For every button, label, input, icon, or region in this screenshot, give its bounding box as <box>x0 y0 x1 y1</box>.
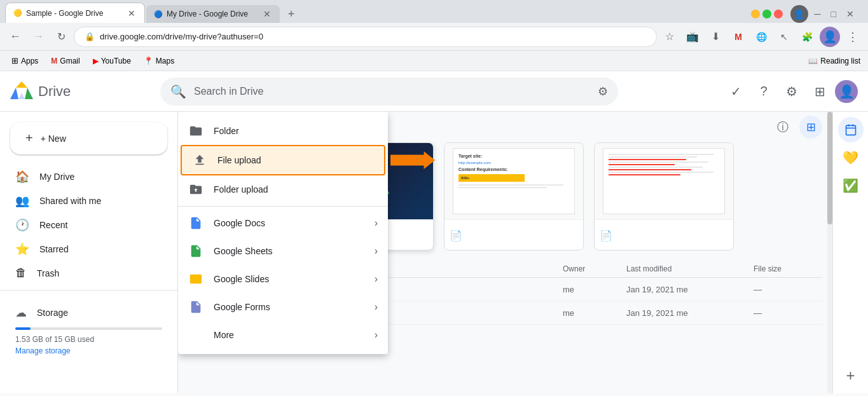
search-bar[interactable]: 🔍 Search in Drive ⚙ <box>160 78 618 106</box>
my-drive-icon: 🏠 <box>15 170 29 184</box>
user-avatar[interactable]: 👤 <box>835 80 858 103</box>
info-icon[interactable]: ⓘ <box>771 116 794 139</box>
gmail-favicon: M <box>51 57 57 65</box>
trash-icon: 🗑 <box>15 266 27 280</box>
svg-marker-0 <box>10 88 18 99</box>
help-icon[interactable]: ? <box>751 79 776 104</box>
extensions-icon[interactable]: 🧩 <box>797 27 817 47</box>
translate-icon[interactable]: 🌐 <box>751 27 771 47</box>
app-layout: Drive 🔍 Search in Drive ⚙ ✓ ? ⚙ ⊞ 👤 + + … <box>0 71 868 393</box>
header-right: ✓ ? ⚙ ⊞ 👤 <box>723 79 858 104</box>
storage-label: Storage <box>37 308 68 318</box>
menu-item-google-sheets[interactable]: Google Sheets › <box>178 237 388 265</box>
row2-owner: me <box>563 308 626 318</box>
maps-label: Maps <box>156 57 174 65</box>
cast-icon[interactable]: 📺 <box>682 27 703 47</box>
shared-label: Shared with me <box>39 196 101 206</box>
bookmark-gmail[interactable]: M Gmail <box>47 55 83 67</box>
file-upload-label: File upload <box>217 155 374 165</box>
cloud-icon: ☁ <box>15 306 27 320</box>
sidebar-item-shared[interactable]: 👥 Shared with me <box>0 189 167 213</box>
more-arrow: › <box>375 329 378 341</box>
right-panel-icon-tasks[interactable]: ✅ <box>838 173 864 198</box>
search-icon: 🔍 <box>170 84 186 99</box>
svg-rect-7 <box>846 125 855 135</box>
sidebar-item-recent[interactable]: 🕐 Recent <box>0 213 167 237</box>
sidebar-item-my-drive[interactable]: 🏠 My Drive <box>0 165 167 189</box>
google-docs-icon <box>188 215 203 231</box>
google-forms-icon <box>188 299 203 315</box>
menu-item-google-forms[interactable]: Google Forms › <box>178 293 388 321</box>
size-col-header: File size <box>754 264 817 273</box>
filter-icon[interactable]: ⚙ <box>598 85 608 99</box>
profile-icon[interactable]: 👤 <box>790 5 808 23</box>
minimize-btn[interactable]: ─ <box>811 6 825 22</box>
url-bar[interactable]: 🔒 drive.google.com/drive/my-drive?authus… <box>74 27 657 47</box>
row1-owner: me <box>563 285 626 294</box>
bookmark-youtube[interactable]: ▶ YouTube <box>89 55 135 67</box>
close-button[interactable] <box>774 10 783 18</box>
bookmark-maps[interactable]: 📍 Maps <box>140 55 178 67</box>
folder-label: Folder <box>214 126 378 136</box>
youtube-favicon: ▶ <box>93 57 99 65</box>
file-card-4[interactable]: 📄 <box>594 142 734 250</box>
tab-1[interactable]: 🟡 Sample - Google Drive ✕ <box>5 3 145 23</box>
support-check-icon[interactable]: ✓ <box>723 79 748 104</box>
minimize-button[interactable] <box>751 10 760 18</box>
forward-button[interactable]: → <box>28 27 48 47</box>
trash-label: Trash <box>37 268 59 278</box>
menu-item-more[interactable]: More › <box>178 321 388 349</box>
right-panel-icon-calendar[interactable] <box>838 117 864 142</box>
file-upload-icon <box>192 153 207 168</box>
file-card-3[interactable]: Target site: http://example.com Content … <box>444 142 584 250</box>
recent-label: Recent <box>39 220 67 230</box>
new-button-label: + New <box>41 133 66 144</box>
menu-button[interactable]: ⋮ <box>843 27 863 47</box>
profile-avatar[interactable]: 👤 <box>820 27 840 47</box>
tab1-close[interactable]: ✕ <box>127 8 137 18</box>
tab-2[interactable]: 🔵 My Drive - Google Drive ✕ <box>146 5 280 23</box>
bookmark-icon[interactable]: ☆ <box>659 27 680 47</box>
google-slides-arrow: › <box>375 273 378 285</box>
tab2-close[interactable]: ✕ <box>262 9 272 19</box>
new-tab-button[interactable]: + <box>282 5 300 23</box>
grid-view-icon[interactable]: ⊞ <box>799 116 822 139</box>
manage-storage-link[interactable]: Manage storage <box>15 346 162 355</box>
drive-logo[interactable]: Drive <box>10 81 150 102</box>
folder-upload-icon <box>188 182 203 197</box>
drive-logo-icon <box>10 81 33 102</box>
settings-icon[interactable]: ⚙ <box>779 79 804 104</box>
close-btn[interactable]: ✕ <box>843 6 858 22</box>
gmail-icon[interactable]: M <box>728 27 748 47</box>
restore-btn[interactable]: □ <box>827 6 840 22</box>
menu-item-folder-upload[interactable]: Folder upload <box>178 175 388 203</box>
menu-item-google-slides[interactable]: Google Slides › <box>178 265 388 293</box>
menu-item-folder[interactable]: Folder <box>178 117 388 145</box>
google-slides-label: Google Slides <box>214 274 364 284</box>
maximize-button[interactable] <box>762 10 771 18</box>
reading-list-label: Reading list <box>820 57 860 65</box>
reading-list[interactable]: 📖 Reading list <box>808 57 860 65</box>
right-panel-add-button[interactable]: + <box>838 363 864 388</box>
sidebar-item-starred[interactable]: ⭐ Starred <box>0 237 167 261</box>
url-text: drive.google.com/drive/my-drive?authuser… <box>100 32 263 41</box>
apps-grid-icon[interactable]: ⊞ <box>807 79 832 104</box>
cursor-icon[interactable]: ↖ <box>774 27 794 47</box>
folder-upload-label: Folder upload <box>214 184 378 195</box>
right-panel-icon-keep[interactable]: 💛 <box>838 145 864 170</box>
menu-item-google-docs[interactable]: Google Docs › <box>178 209 388 237</box>
refresh-button[interactable]: ↻ <box>51 27 71 47</box>
storage-icon-row: ☁ Storage <box>15 306 162 320</box>
sidebar-item-trash[interactable]: 🗑 Trash <box>0 261 167 285</box>
new-button[interactable]: + + New <box>10 122 167 154</box>
app-header: Drive 🔍 Search in Drive ⚙ ✓ ? ⚙ ⊞ 👤 <box>0 71 868 112</box>
google-docs-label: Google Docs <box>214 218 364 228</box>
download-icon[interactable]: ⬇ <box>705 27 726 47</box>
storage-bar-track <box>15 327 162 330</box>
row1-modified: Jan 19, 2021 me <box>626 285 754 294</box>
bookmark-apps[interactable]: ⊞ Apps <box>8 55 42 67</box>
tab2-title: My Drive - Google Drive <box>167 10 258 18</box>
back-button[interactable]: ← <box>5 27 25 47</box>
scrollbar-thumb[interactable] <box>827 112 832 224</box>
menu-item-file-upload[interactable]: File upload <box>181 145 385 175</box>
